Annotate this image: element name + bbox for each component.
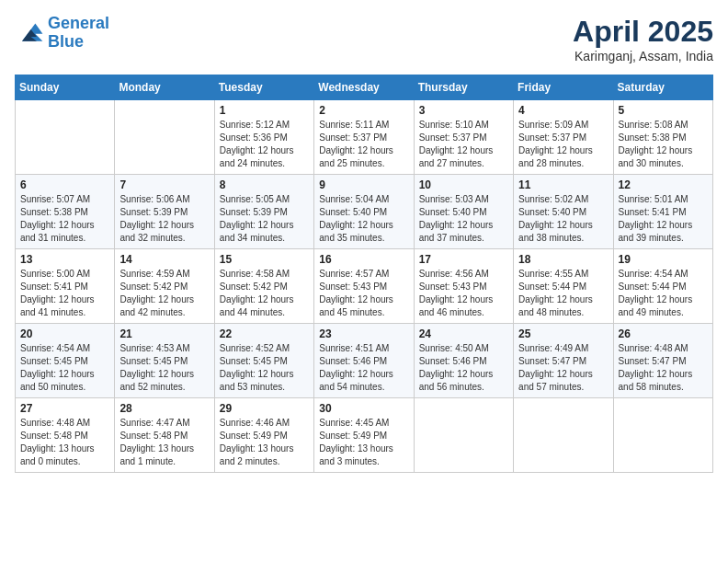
day-number: 7 [119, 178, 209, 191]
day-number: 22 [220, 327, 309, 340]
weekday-header: Friday [514, 75, 613, 100]
cell-content: Sunrise: 4:47 AM Sunset: 5:48 PM Dayligh… [119, 417, 209, 468]
location: Karimganj, Assam, India [573, 49, 713, 63]
cell-content: Sunrise: 4:46 AM Sunset: 5:49 PM Dayligh… [220, 417, 309, 468]
day-number: 9 [319, 178, 408, 191]
cell-content: Sunrise: 5:02 AM Sunset: 5:40 PM Dayligh… [518, 193, 608, 245]
calendar-week-row: 6Sunrise: 5:07 AM Sunset: 5:38 PM Daylig… [16, 175, 713, 249]
calendar-cell: 19Sunrise: 4:54 AM Sunset: 5:44 PM Dayli… [613, 249, 712, 324]
month-title: April 2025 [573, 15, 713, 49]
cell-content: Sunrise: 4:57 AM Sunset: 5:43 PM Dayligh… [319, 268, 408, 319]
day-number: 8 [220, 178, 309, 191]
calendar-cell: 24Sunrise: 4:50 AM Sunset: 5:46 PM Dayli… [414, 324, 513, 398]
day-number: 29 [220, 402, 309, 415]
calendar-cell [514, 398, 613, 473]
cell-content: Sunrise: 4:56 AM Sunset: 5:43 PM Dayligh… [419, 268, 508, 319]
day-number: 12 [619, 178, 708, 191]
day-number: 18 [518, 253, 608, 266]
day-number: 30 [319, 402, 408, 415]
calendar-cell: 5Sunrise: 5:08 AM Sunset: 5:38 PM Daylig… [613, 100, 712, 175]
day-number: 4 [518, 104, 608, 117]
calendar-cell: 22Sunrise: 4:52 AM Sunset: 5:45 PM Dayli… [214, 324, 313, 398]
weekday-header: Monday [115, 75, 214, 100]
day-number: 16 [319, 253, 408, 266]
page-header: General Blue April 2025 Karimganj, Assam… [15, 15, 713, 63]
day-number: 24 [419, 327, 508, 340]
day-number: 14 [119, 253, 209, 266]
calendar-cell: 2Sunrise: 5:11 AM Sunset: 5:37 PM Daylig… [314, 100, 414, 175]
cell-content: Sunrise: 4:52 AM Sunset: 5:45 PM Dayligh… [220, 342, 309, 394]
cell-content: Sunrise: 5:12 AM Sunset: 5:36 PM Dayligh… [220, 119, 309, 170]
cell-content: Sunrise: 4:48 AM Sunset: 5:48 PM Dayligh… [20, 417, 109, 468]
calendar-cell: 6Sunrise: 5:07 AM Sunset: 5:38 PM Daylig… [16, 175, 115, 249]
cell-content: Sunrise: 4:58 AM Sunset: 5:42 PM Dayligh… [220, 268, 309, 319]
cell-content: Sunrise: 4:55 AM Sunset: 5:44 PM Dayligh… [518, 268, 608, 319]
calendar-cell [115, 100, 214, 175]
weekday-header: Thursday [414, 75, 513, 100]
calendar-cell: 9Sunrise: 5:04 AM Sunset: 5:40 PM Daylig… [314, 175, 414, 249]
day-number: 26 [619, 327, 708, 340]
cell-content: Sunrise: 5:01 AM Sunset: 5:41 PM Dayligh… [619, 193, 708, 245]
day-number: 20 [20, 327, 109, 340]
cell-content: Sunrise: 5:07 AM Sunset: 5:38 PM Dayligh… [20, 193, 109, 245]
logo-text: General Blue [48, 15, 109, 52]
day-number: 23 [319, 327, 408, 340]
cell-content: Sunrise: 4:53 AM Sunset: 5:45 PM Dayligh… [119, 342, 209, 394]
cell-content: Sunrise: 5:04 AM Sunset: 5:40 PM Dayligh… [319, 193, 408, 245]
cell-content: Sunrise: 5:06 AM Sunset: 5:39 PM Dayligh… [119, 193, 209, 245]
calendar-cell: 8Sunrise: 5:05 AM Sunset: 5:39 PM Daylig… [214, 175, 313, 249]
day-number: 10 [419, 178, 508, 191]
day-number: 1 [220, 104, 309, 117]
cell-content: Sunrise: 4:50 AM Sunset: 5:46 PM Dayligh… [419, 342, 508, 394]
day-number: 19 [619, 253, 708, 266]
calendar-cell: 25Sunrise: 4:49 AM Sunset: 5:47 PM Dayli… [514, 324, 613, 398]
day-number: 25 [518, 327, 608, 340]
cell-content: Sunrise: 5:05 AM Sunset: 5:39 PM Dayligh… [220, 193, 309, 245]
cell-content: Sunrise: 5:09 AM Sunset: 5:37 PM Dayligh… [518, 119, 608, 170]
day-number: 3 [419, 104, 508, 117]
cell-content: Sunrise: 5:10 AM Sunset: 5:37 PM Dayligh… [419, 119, 508, 170]
calendar-cell: 13Sunrise: 5:00 AM Sunset: 5:41 PM Dayli… [16, 249, 115, 324]
calendar-cell: 20Sunrise: 4:54 AM Sunset: 5:45 PM Dayli… [16, 324, 115, 398]
cell-content: Sunrise: 5:00 AM Sunset: 5:41 PM Dayligh… [20, 268, 109, 319]
cell-content: Sunrise: 5:03 AM Sunset: 5:40 PM Dayligh… [419, 193, 508, 245]
day-number: 6 [20, 178, 109, 191]
day-number: 11 [518, 178, 608, 191]
logo-icon [15, 20, 44, 46]
calendar-cell: 23Sunrise: 4:51 AM Sunset: 5:46 PM Dayli… [314, 324, 414, 398]
cell-content: Sunrise: 4:51 AM Sunset: 5:46 PM Dayligh… [319, 342, 408, 394]
calendar-cell: 30Sunrise: 4:45 AM Sunset: 5:49 PM Dayli… [314, 398, 414, 473]
calendar-cell: 16Sunrise: 4:57 AM Sunset: 5:43 PM Dayli… [314, 249, 414, 324]
calendar-cell: 27Sunrise: 4:48 AM Sunset: 5:48 PM Dayli… [16, 398, 115, 473]
day-number: 5 [619, 104, 708, 117]
calendar-header-row: SundayMondayTuesdayWednesdayThursdayFrid… [16, 75, 713, 100]
title-block: April 2025 Karimganj, Assam, India [573, 15, 713, 63]
weekday-header: Sunday [16, 75, 115, 100]
cell-content: Sunrise: 4:54 AM Sunset: 5:44 PM Dayligh… [619, 268, 708, 319]
day-number: 21 [119, 327, 209, 340]
day-number: 17 [419, 253, 508, 266]
day-number: 28 [119, 402, 209, 415]
calendar-cell: 12Sunrise: 5:01 AM Sunset: 5:41 PM Dayli… [613, 175, 712, 249]
calendar-cell: 14Sunrise: 4:59 AM Sunset: 5:42 PM Dayli… [115, 249, 214, 324]
calendar-cell [613, 398, 712, 473]
cell-content: Sunrise: 5:08 AM Sunset: 5:38 PM Dayligh… [619, 119, 708, 170]
calendar-week-row: 27Sunrise: 4:48 AM Sunset: 5:48 PM Dayli… [16, 398, 713, 473]
cell-content: Sunrise: 4:54 AM Sunset: 5:45 PM Dayligh… [20, 342, 109, 394]
calendar-week-row: 1Sunrise: 5:12 AM Sunset: 5:36 PM Daylig… [16, 100, 713, 175]
calendar-cell: 29Sunrise: 4:46 AM Sunset: 5:49 PM Dayli… [214, 398, 313, 473]
calendar-cell [16, 100, 115, 175]
calendar-cell: 4Sunrise: 5:09 AM Sunset: 5:37 PM Daylig… [514, 100, 613, 175]
weekday-header: Tuesday [214, 75, 313, 100]
calendar-cell: 3Sunrise: 5:10 AM Sunset: 5:37 PM Daylig… [414, 100, 513, 175]
calendar-cell: 21Sunrise: 4:53 AM Sunset: 5:45 PM Dayli… [115, 324, 214, 398]
cell-content: Sunrise: 4:45 AM Sunset: 5:49 PM Dayligh… [319, 417, 408, 468]
calendar-cell: 7Sunrise: 5:06 AM Sunset: 5:39 PM Daylig… [115, 175, 214, 249]
cell-content: Sunrise: 4:49 AM Sunset: 5:47 PM Dayligh… [518, 342, 608, 394]
weekday-header: Wednesday [314, 75, 414, 100]
calendar-cell: 15Sunrise: 4:58 AM Sunset: 5:42 PM Dayli… [214, 249, 313, 324]
calendar-cell: 18Sunrise: 4:55 AM Sunset: 5:44 PM Dayli… [514, 249, 613, 324]
calendar-cell: 10Sunrise: 5:03 AM Sunset: 5:40 PM Dayli… [414, 175, 513, 249]
day-number: 2 [319, 104, 408, 117]
day-number: 27 [20, 402, 109, 415]
